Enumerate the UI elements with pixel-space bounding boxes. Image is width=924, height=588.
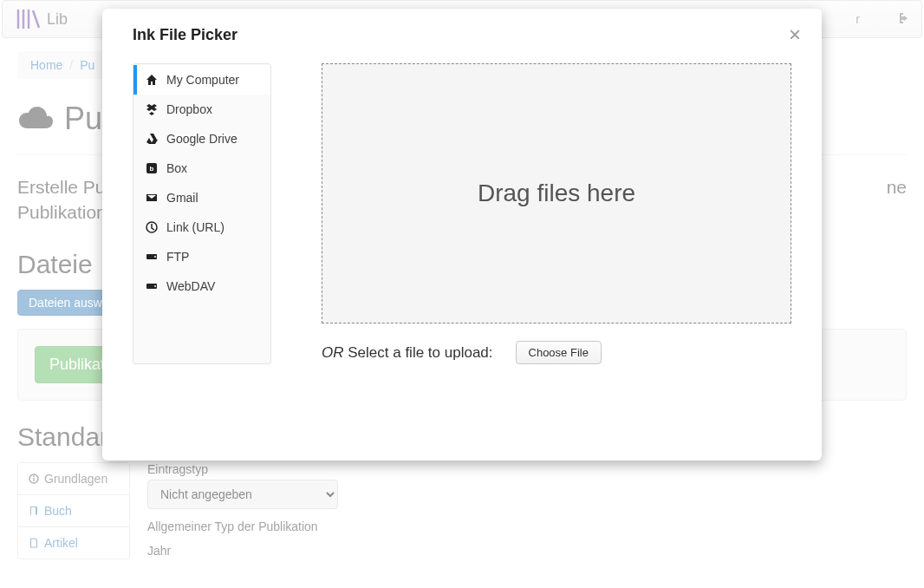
source-gmail[interactable]: Gmail: [133, 183, 270, 212]
file-picker-modal: × Ink File Picker My Computer Dropbox Go…: [102, 9, 822, 461]
source-label: Dropbox: [166, 102, 212, 116]
source-label: FTP: [166, 250, 189, 264]
modal-title: Ink File Picker: [133, 26, 791, 44]
source-label: Google Drive: [166, 132, 238, 146]
envelope-icon: [146, 192, 158, 204]
or-label: OR: [322, 344, 344, 361]
source-webdav[interactable]: WebDAV: [133, 271, 270, 301]
source-label: WebDAV: [166, 279, 215, 293]
source-ftp[interactable]: FTP: [133, 242, 270, 271]
source-link[interactable]: Link (URL): [133, 212, 270, 242]
box-icon: b: [146, 162, 158, 174]
svg-text:b: b: [150, 165, 154, 173]
modal-close-button[interactable]: ×: [789, 24, 801, 45]
source-label: My Computer: [166, 73, 239, 87]
or-text: Select a file to upload:: [348, 344, 492, 361]
source-gdrive[interactable]: Google Drive: [133, 124, 270, 154]
source-list: My Computer Dropbox Google Drive b Box G…: [133, 63, 271, 364]
source-my-computer[interactable]: My Computer: [133, 65, 270, 95]
source-label: Link (URL): [166, 220, 224, 234]
or-row: OR Select a file to upload: Choose File: [322, 341, 791, 364]
source-box[interactable]: b Box: [133, 154, 270, 183]
svg-point-7: [154, 256, 156, 258]
link-icon: [146, 221, 158, 233]
source-dropbox[interactable]: Dropbox: [133, 95, 270, 124]
hdd-icon: [146, 280, 158, 292]
dropbox-icon: [146, 103, 158, 115]
gdrive-icon: [146, 133, 158, 145]
dropzone-text: Drag files here: [478, 180, 635, 207]
choose-file-button[interactable]: Choose File: [516, 341, 602, 364]
home-icon: [146, 74, 158, 86]
hdd-icon: [146, 251, 158, 263]
source-label: Gmail: [166, 191, 198, 205]
svg-point-9: [154, 285, 156, 287]
source-label: Box: [166, 161, 187, 175]
dropzone[interactable]: Drag files here: [322, 63, 791, 323]
